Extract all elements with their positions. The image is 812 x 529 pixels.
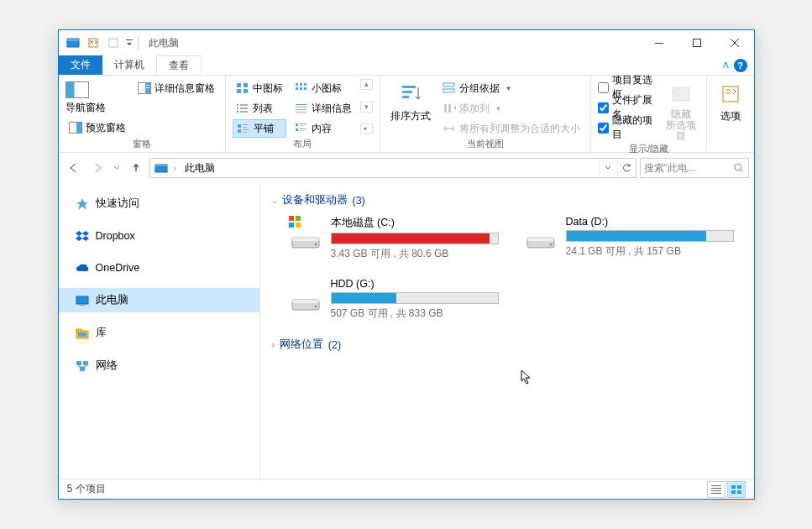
- ribbon-collapse-icon[interactable]: ᐱ: [723, 60, 729, 70]
- address-dropdown-button[interactable]: [599, 159, 617, 177]
- sort-by-button[interactable]: 排序方式: [387, 79, 434, 123]
- svg-rect-81: [711, 485, 721, 486]
- nav-up-button[interactable]: [126, 158, 146, 178]
- minimize-button[interactable]: [641, 30, 678, 55]
- tiles-button[interactable]: 平铺: [233, 119, 286, 138]
- sidebar-item-onedrive[interactable]: OneDrive: [59, 256, 259, 280]
- svg-rect-51: [443, 89, 454, 92]
- search-box[interactable]: 搜索"此电...: [640, 158, 749, 178]
- sidebar-item-dropbox[interactable]: Dropbox: [59, 224, 259, 248]
- refresh-button[interactable]: [617, 159, 636, 177]
- qat-dropdown-icon[interactable]: [124, 34, 134, 52]
- content-button[interactable]: 内容: [291, 119, 355, 138]
- svg-rect-41: [296, 123, 298, 126]
- svg-rect-65: [76, 361, 81, 365]
- onedrive-icon: [76, 261, 89, 275]
- ribbon-group-label-layout: 布局: [233, 138, 374, 152]
- sidebar-item-quick-access[interactable]: 快速访问: [59, 191, 259, 216]
- svg-text:+: +: [453, 103, 456, 113]
- layout-scroll-down-icon[interactable]: ▼: [360, 102, 374, 113]
- svg-rect-55: [673, 87, 689, 101]
- hidden-items-toggle[interactable]: 隐藏的项目: [598, 119, 657, 136]
- svg-rect-58: [155, 165, 167, 166]
- large-icons-view-button[interactable]: [727, 481, 746, 498]
- preview-pane-icon: [69, 121, 82, 134]
- medium-icons-button[interactable]: 中图标: [233, 79, 286, 97]
- drive-item[interactable]: HDD (G:) 507 GB 可用 , 共 833 GB: [289, 278, 499, 321]
- sidebar-item-network[interactable]: 网络: [59, 354, 259, 378]
- section-network-header[interactable]: › 网络位置 (2): [272, 338, 742, 352]
- drive-icon: [289, 278, 322, 312]
- tiles-icon: [237, 122, 250, 135]
- svg-rect-15: [237, 83, 241, 87]
- preview-pane-button[interactable]: 预览窗格: [65, 118, 129, 137]
- group-by-button[interactable]: 分组依据▼: [439, 79, 584, 97]
- svg-rect-60: [76, 296, 88, 304]
- svg-rect-22: [240, 107, 248, 109]
- svg-rect-82: [711, 488, 721, 489]
- address-chevron-icon[interactable]: ›: [170, 164, 180, 173]
- svg-rect-52: [444, 104, 447, 113]
- list-button[interactable]: 列表: [233, 99, 286, 118]
- nav-back-button[interactable]: [64, 158, 84, 178]
- layout-scroll-up-icon[interactable]: ▲: [360, 79, 374, 90]
- svg-rect-10: [76, 123, 82, 134]
- layout-expand-icon[interactable]: ▾: [360, 123, 374, 134]
- svg-rect-46: [300, 130, 305, 131]
- svg-rect-23: [237, 111, 238, 113]
- tab-file[interactable]: 文件: [59, 55, 102, 75]
- svg-point-77: [549, 244, 552, 246]
- small-icons-icon: [295, 81, 308, 95]
- drive-name: HDD (G:): [331, 278, 499, 290]
- drive-usage-bar: [331, 233, 499, 244]
- address-bar[interactable]: › 此电脑: [149, 158, 637, 178]
- svg-rect-30: [243, 132, 247, 133]
- nav-forward-button[interactable]: [87, 158, 107, 178]
- navigation-pane-button[interactable]: 导航窗格: [65, 79, 129, 115]
- system-menu-icon[interactable]: [64, 34, 82, 52]
- drive-item[interactable]: Data (D:) 24.1 GB 可用 , 共 157 GB: [524, 216, 734, 261]
- svg-rect-79: [292, 300, 319, 303]
- maximize-button[interactable]: [678, 30, 716, 55]
- svg-rect-85: [731, 485, 736, 489]
- svg-rect-16: [244, 83, 248, 87]
- list-icon: [236, 102, 249, 115]
- nav-sidebar: 快速访问 Dropbox OneDrive 此电脑 库 网络: [59, 183, 260, 479]
- qat-properties-icon[interactable]: [84, 34, 102, 52]
- close-button[interactable]: [716, 30, 754, 55]
- svg-rect-25: [238, 124, 241, 128]
- status-bar: 5 个项目: [59, 479, 754, 499]
- drive-item[interactable]: 本地磁盘 (C:) 3.43 GB 可用 , 共 80.6 GB: [289, 216, 499, 261]
- svg-rect-64: [78, 333, 86, 337]
- section-devices-header[interactable]: ⌵ 设备和驱动器 (3): [272, 193, 742, 207]
- nav-history-button[interactable]: [111, 158, 123, 178]
- svg-rect-84: [711, 493, 721, 494]
- details-pane-button[interactable]: 详细信息窗格: [134, 79, 218, 97]
- address-segment[interactable]: 此电脑: [180, 161, 220, 175]
- svg-rect-47: [402, 86, 416, 88]
- libraries-icon: [76, 327, 89, 340]
- cursor-icon: [521, 369, 534, 386]
- sort-by-icon: [397, 81, 424, 107]
- qat-blank-icon[interactable]: [104, 34, 123, 52]
- size-columns-button[interactable]: 将所有列调整为合适的大小: [439, 119, 584, 138]
- content-area: 快速访问 Dropbox OneDrive 此电脑 库 网络 ⌵ 设备和驱动器 …: [59, 183, 754, 479]
- svg-rect-42: [300, 123, 306, 124]
- svg-rect-71: [296, 223, 301, 228]
- sidebar-item-libraries[interactable]: 库: [59, 321, 259, 345]
- add-columns-button[interactable]: +添加列▼: [439, 99, 584, 118]
- svg-rect-63: [76, 329, 81, 332]
- quick-access-toolbar: [59, 34, 134, 52]
- small-icons-button[interactable]: 小图标: [291, 79, 355, 97]
- details-button[interactable]: 详细信息: [291, 99, 355, 118]
- svg-rect-73: [292, 238, 319, 241]
- tab-computer[interactable]: 计算机: [102, 55, 156, 75]
- details-view-button[interactable]: [707, 481, 726, 498]
- drive-name: 本地磁盘 (C:): [331, 216, 499, 230]
- chevron-right-icon: ›: [272, 340, 275, 349]
- sidebar-item-this-pc[interactable]: 此电脑: [59, 288, 259, 312]
- tab-view[interactable]: 查看: [156, 55, 202, 75]
- options-button[interactable]: 选项: [714, 79, 747, 123]
- hide-selected-button[interactable]: 隐藏 所选项目: [663, 79, 699, 143]
- help-icon[interactable]: ?: [734, 59, 747, 72]
